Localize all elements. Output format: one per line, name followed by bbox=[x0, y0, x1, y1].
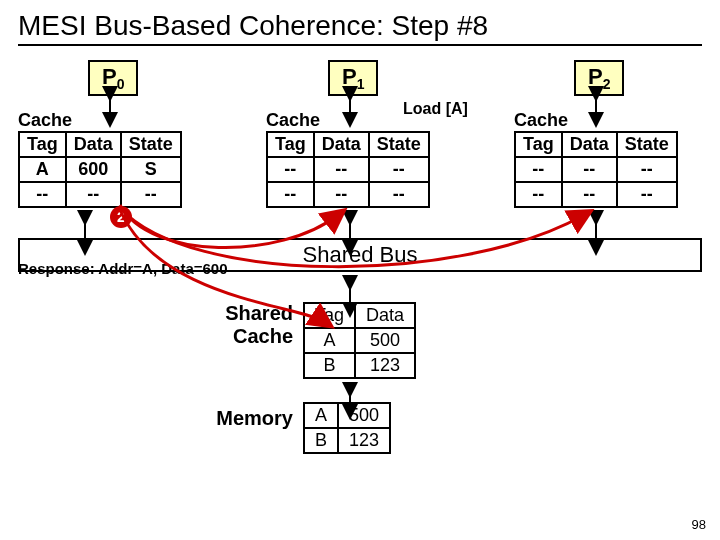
caches-row: Load [A] Cache TagDataState A600S ------… bbox=[18, 100, 702, 230]
table-row: ------ bbox=[515, 182, 677, 207]
processor-p0: P0 bbox=[88, 60, 138, 96]
step-badge: 2 bbox=[110, 206, 132, 228]
table-row: B123 bbox=[304, 428, 390, 453]
cache-table-p2: TagDataState ------ ------ bbox=[514, 131, 678, 208]
shared-bus: Shared Bus bbox=[18, 238, 702, 272]
table-row: A600S bbox=[19, 157, 181, 182]
processors-row: P0 P1 P2 bbox=[18, 60, 702, 100]
cache-table-p0: TagDataState A600S ------ bbox=[18, 131, 182, 208]
table-row: ------ bbox=[515, 157, 677, 182]
cache-label: Cache bbox=[514, 110, 678, 131]
cache-p2: Cache TagDataState ------ ------ bbox=[514, 110, 678, 208]
shared-cache-table: TagData A500 B123 bbox=[303, 302, 416, 379]
table-row: A500 bbox=[304, 328, 415, 353]
table-row: ------ bbox=[267, 182, 429, 207]
page-number: 98 bbox=[692, 517, 706, 532]
memory-table: A500 B123 bbox=[303, 402, 391, 454]
table-row: ------ bbox=[267, 157, 429, 182]
processor-p2: P2 bbox=[574, 60, 624, 96]
shared-cache-label: Shared Cache bbox=[213, 302, 293, 348]
memory-label: Memory bbox=[203, 407, 293, 430]
cache-p0: Cache TagDataState A600S ------ bbox=[18, 110, 182, 208]
cache-label: Cache bbox=[266, 110, 430, 131]
page-title: MESI Bus-Based Coherence: Step #8 bbox=[18, 10, 702, 46]
cache-table-p1: TagDataState ------ ------ bbox=[266, 131, 430, 208]
processor-p1: P1 bbox=[328, 60, 378, 96]
cache-label: Cache bbox=[18, 110, 182, 131]
table-row: B123 bbox=[304, 353, 415, 378]
table-row: A500 bbox=[304, 403, 390, 428]
table-row: ------ bbox=[19, 182, 181, 207]
cache-p1: Cache TagDataState ------ ------ bbox=[266, 110, 430, 208]
